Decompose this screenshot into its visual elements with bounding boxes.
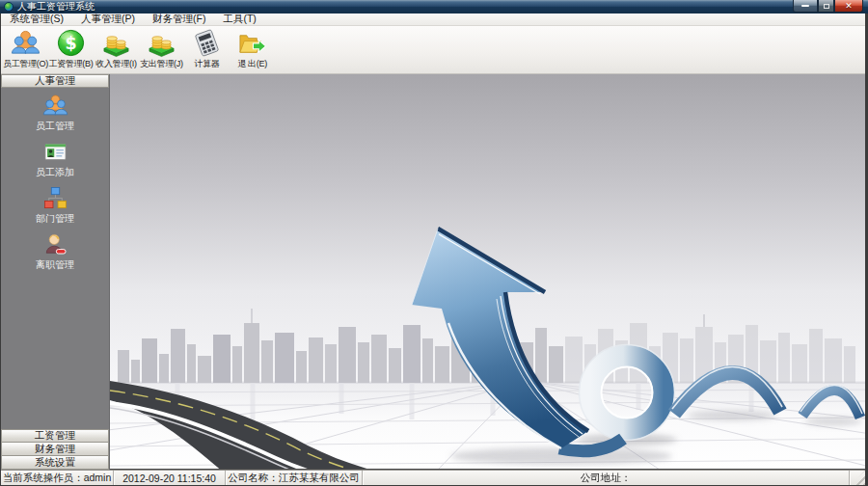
toolbar-label: 支出管理(J) [140, 58, 182, 70]
resize-grip[interactable] [850, 471, 865, 485]
window-controls: ✕ [793, 0, 863, 13]
toolbar-calculator-button[interactable]: 计算器 [184, 26, 230, 70]
toolbar: 员工管理(O) $ 工资管理(B) [1, 26, 865, 74]
sidebar-item-label: 部门管理 [36, 212, 74, 226]
expense-coins-icon [147, 28, 176, 58]
menu-system[interactable]: 系统管理(S) [1, 14, 72, 25]
app-window: 人事工资管理系统 ✕ 系统管理(S) 人事管理(P) 财务管理(F) 工具(T)… [0, 0, 868, 486]
toolbar-label: 退 出(E) [237, 58, 267, 70]
menu-finance[interactable]: 财务管理(F) [144, 14, 214, 25]
maximize-button[interactable] [818, 0, 834, 13]
sidebar-section-personnel[interactable]: 人事管理 [1, 74, 109, 88]
status-datetime: 2012-09-20 11:15:40 [114, 471, 226, 485]
calculator-icon [192, 28, 222, 58]
sidebar-bottom-sections: 工资管理 财务管理 系统设置 [1, 429, 109, 470]
status-operator: 当前系统操作员：admin [1, 471, 114, 485]
sidebar-item-label: 员工添加 [36, 166, 74, 179]
sidebar: 人事管理 员工管理 [1, 74, 110, 470]
sidebar-item-label: 员工管理 [36, 120, 74, 133]
sidebar-item-employee-management[interactable]: 员工管理 [1, 93, 109, 133]
toolbar-label: 员工管理(O) [3, 58, 48, 70]
status-bar: 当前系统操作员：admin 2012-09-20 11:15:40 公司名称：江… [1, 470, 865, 485]
title-bar[interactable]: 人事工资管理系统 ✕ [0, 0, 868, 14]
status-company-address: 公司地址： [363, 471, 850, 485]
sidebar-item-label: 离职管理 [36, 258, 74, 272]
people-group-icon [42, 93, 68, 119]
close-button[interactable]: ✕ [834, 0, 863, 13]
sidebar-section-system-settings[interactable]: 系统设置 [1, 456, 109, 470]
toolbar-label: 工资管理(B) [49, 58, 94, 70]
menu-personnel[interactable]: 人事管理(P) [72, 14, 144, 25]
sidebar-item-department-management[interactable]: 部门管理 [1, 185, 109, 226]
dollar-coin-icon: $ [56, 28, 86, 58]
person-remove-icon [42, 231, 68, 257]
org-chart-icon [42, 185, 68, 211]
window-title: 人事工资管理系统 [17, 0, 95, 14]
toolbar-expense-management-button[interactable]: 支出管理(J) [139, 26, 184, 70]
minimize-button[interactable] [793, 0, 818, 13]
exit-folder-icon [237, 28, 267, 58]
minimize-icon [801, 5, 809, 7]
toolbar-employee-management-button[interactable]: 员工管理(O) [3, 26, 48, 70]
people-group-icon [11, 28, 41, 58]
main-content-area [110, 74, 865, 470]
menu-tools[interactable]: 工具(T) [214, 14, 264, 25]
maximize-icon [824, 4, 829, 9]
sidebar-item-list: 员工管理 员工添加 [1, 88, 109, 429]
toolbar-label: 收入管理(I) [95, 58, 136, 70]
sidebar-item-employee-add[interactable]: 员工添加 [1, 139, 109, 179]
toolbar-salary-management-button[interactable]: $ 工资管理(B) [48, 26, 94, 70]
income-coins-icon [101, 28, 131, 58]
close-icon: ✕ [845, 2, 853, 11]
sidebar-section-finance[interactable]: 财务管理 [1, 443, 109, 456]
menu-bar: 系统管理(S) 人事管理(P) 财务管理(F) 工具(T) [1, 14, 865, 26]
sidebar-section-salary[interactable]: 工资管理 [1, 429, 109, 443]
sidebar-item-resignation-management[interactable]: 离职管理 [1, 231, 109, 272]
id-card-icon [42, 139, 68, 165]
toolbar-exit-button[interactable]: 退 出(E) [230, 26, 275, 70]
svg-text:$: $ [65, 34, 76, 53]
toolbar-income-management-button[interactable]: 收入管理(I) [94, 26, 139, 70]
growth-arrow-cityscape-illustration [110, 74, 865, 470]
app-logo-icon [4, 2, 14, 12]
status-company-name: 公司名称：江苏某某有限公司 [226, 471, 363, 485]
toolbar-label: 计算器 [194, 58, 219, 70]
